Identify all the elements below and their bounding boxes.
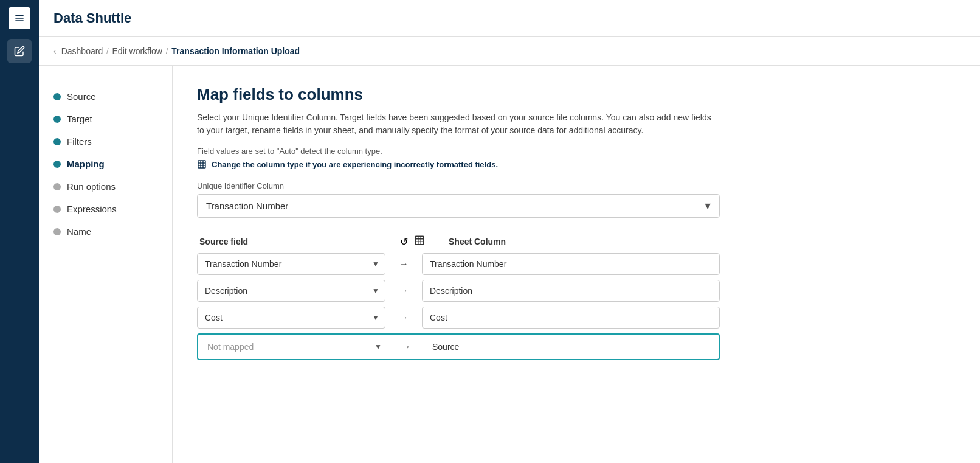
mapping-row-3: Cost ▼ → <box>197 307 720 329</box>
nav-dot-source <box>53 93 61 100</box>
breadcrumb-edit-workflow[interactable]: Edit workflow <box>112 46 162 56</box>
nav-dot-name <box>53 228 61 235</box>
sheet-col-input-4[interactable] <box>424 336 717 358</box>
app-logo <box>9 7 30 29</box>
sidebar-item-label-source: Source <box>67 91 96 102</box>
source-select-wrapper-4: Not mapped ▼ <box>199 336 388 358</box>
nav-dot-target <box>53 116 61 123</box>
breadcrumb-current-page: Transaction Information Upload <box>171 46 300 56</box>
sidebar-item-label-filters: Filters <box>67 136 92 147</box>
sheet-col-input-2[interactable] <box>422 280 720 302</box>
app-title: Data Shuttle <box>53 10 131 26</box>
breadcrumb-sep1: / <box>106 47 108 55</box>
source-select-2[interactable]: Description <box>197 280 385 302</box>
arrow-cell-3: → <box>385 312 422 323</box>
edit-icon-button[interactable] <box>7 39 32 63</box>
breadcrumb-bar: ‹ Dashboard / Edit workflow / Transactio… <box>39 37 980 66</box>
arrow-cell-1: → <box>385 259 422 270</box>
sidebar-item-expressions[interactable]: Expressions <box>53 198 157 220</box>
mapping-row-1: Transaction Number ▼ → <box>197 253 720 275</box>
source-select-3[interactable]: Cost <box>197 307 385 329</box>
refresh-icon[interactable]: ↺ <box>400 236 408 248</box>
sidebar-item-source[interactable]: Source <box>53 85 157 108</box>
mapping-row-4: Not mapped ▼ → <box>197 333 720 360</box>
arrow-cell-4: → <box>388 341 424 352</box>
table-icon <box>197 159 207 169</box>
uid-label: Unique Identifier Column <box>197 181 956 190</box>
breadcrumb: ‹ Dashboard / Edit workflow / Transactio… <box>53 46 300 56</box>
page-title: Map fields to columns <box>197 85 956 104</box>
breadcrumb-dashboard[interactable]: Dashboard <box>61 46 103 56</box>
breadcrumb-back-icon: ‹ <box>53 46 57 56</box>
mapping-header-icons: ↺ <box>388 235 437 248</box>
source-select-wrapper-1: Transaction Number ▼ <box>197 253 385 275</box>
source-select-1[interactable]: Transaction Number <box>197 253 385 275</box>
svg-rect-0 <box>198 161 205 168</box>
source-select-4[interactable]: Not mapped <box>199 336 388 358</box>
sheet-col-input-3[interactable] <box>422 307 720 329</box>
uid-select[interactable]: Transaction Number <box>197 194 720 218</box>
sidebar-item-label-target: Target <box>67 114 92 124</box>
sidebar-item-target[interactable]: Target <box>53 108 157 130</box>
sheet-col-input-1[interactable] <box>422 253 720 275</box>
mapping-row-2: Description ▼ → <box>197 280 720 302</box>
sidebar-item-label-expressions: Expressions <box>67 204 117 214</box>
section-description: Select your Unique Identifier Column. Ta… <box>197 111 714 137</box>
mapping-header-sheet-label: Sheet Column <box>437 237 717 246</box>
app-header: Data Shuttle <box>39 0 980 37</box>
breadcrumb-sep2: / <box>166 47 168 55</box>
uid-select-wrapper: Transaction Number ▼ <box>197 194 720 218</box>
column-type-warning-text: Change the column type if you are experi… <box>212 160 498 169</box>
content-layout: Source Target Filters Mapping Run option… <box>39 66 980 463</box>
nav-dot-filters <box>53 138 61 145</box>
nav-dot-run-options <box>53 183 61 190</box>
sidebar-item-label-mapping: Mapping <box>67 159 105 169</box>
mapping-table-header: Source field ↺ Sheet Column <box>197 235 720 248</box>
source-select-wrapper-3: Cost ▼ <box>197 307 385 329</box>
sidebar-item-label-run-options: Run options <box>67 181 116 192</box>
field-values-note: Field values are set to "Auto" detect th… <box>197 147 956 156</box>
table-columns-icon <box>414 235 425 248</box>
column-type-warning: Change the column type if you are experi… <box>197 159 956 169</box>
nav-dot-mapping <box>53 161 61 168</box>
sidebar-item-name[interactable]: Name <box>53 220 157 243</box>
sidebar-item-filters[interactable]: Filters <box>53 130 157 153</box>
arrow-cell-2: → <box>385 285 422 296</box>
source-select-wrapper-2: Description ▼ <box>197 280 385 302</box>
nav-dot-expressions <box>53 206 61 213</box>
sidebar-item-run-options[interactable]: Run options <box>53 175 157 198</box>
mapping-header-source-label: Source field <box>199 237 388 246</box>
sidebar <box>0 0 39 463</box>
main-container: Data Shuttle ‹ Dashboard / Edit workflow… <box>39 0 980 463</box>
svg-rect-5 <box>415 236 424 245</box>
left-nav: Source Target Filters Mapping Run option… <box>39 66 173 463</box>
sidebar-item-mapping[interactable]: Mapping <box>53 153 157 175</box>
sidebar-item-label-name: Name <box>67 226 91 237</box>
main-content: Map fields to columns Select your Unique… <box>173 66 980 463</box>
